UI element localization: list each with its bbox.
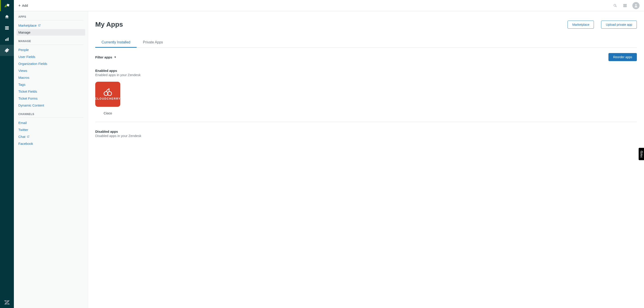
rail-views[interactable] bbox=[0, 22, 14, 34]
svg-rect-7 bbox=[8, 38, 9, 41]
grid-icon bbox=[623, 4, 627, 8]
sidebar-item-twitter[interactable]: Twitter bbox=[16, 126, 85, 133]
top-bar: + Add bbox=[14, 0, 644, 11]
marketplace-button[interactable]: Marketplace bbox=[568, 21, 594, 29]
sidebar-item-facebook[interactable]: Facebook bbox=[16, 140, 85, 147]
svg-rect-10 bbox=[624, 4, 625, 5]
zendesk-logo-icon bbox=[4, 300, 10, 305]
views-icon bbox=[4, 26, 10, 31]
sidebar-item-people[interactable]: People bbox=[16, 47, 85, 53]
app-card-cisco[interactable]: CLOUDCHERRY Cisco bbox=[95, 82, 120, 115]
sidebar-item-macros[interactable]: Macros bbox=[16, 74, 85, 81]
sidebar-item-label: Organization Fields bbox=[18, 62, 47, 66]
svg-rect-11 bbox=[626, 4, 626, 5]
home-icon bbox=[4, 14, 10, 19]
sidebar-item-marketplace[interactable]: Marketplace bbox=[16, 22, 85, 29]
sidebar-item-label: Manage bbox=[18, 31, 30, 34]
filter-apps-dropdown[interactable]: Filter apps ▾ bbox=[95, 55, 116, 59]
sidebar-item-label: Twitter bbox=[18, 128, 28, 132]
svg-rect-13 bbox=[626, 6, 626, 7]
svg-rect-4 bbox=[5, 29, 9, 30]
tile-brand-text: CLOUDCHERRY bbox=[95, 97, 121, 100]
enabled-apps-sub: Enabled apps in your Zendesk bbox=[95, 73, 637, 77]
zendesk-product-logo-icon bbox=[4, 3, 10, 8]
sidebar-item-label: Ticket Fields bbox=[18, 90, 37, 93]
cloudcherry-icon bbox=[102, 88, 113, 96]
rail-admin[interactable] bbox=[0, 45, 14, 56]
svg-rect-5 bbox=[5, 39, 6, 41]
sidebar-item-label: Views bbox=[18, 69, 27, 73]
disabled-apps-sub: Disabled apps in your Zendesk bbox=[95, 134, 637, 138]
filter-label-text: Filter apps bbox=[95, 55, 112, 59]
svg-point-8 bbox=[614, 4, 616, 6]
reorder-apps-button[interactable]: Reorder apps bbox=[608, 53, 637, 61]
sidebar-section-channels: CHANNELS bbox=[18, 112, 84, 118]
main-panel: My Apps Marketplace Upload private app C… bbox=[88, 11, 644, 308]
svg-rect-2 bbox=[5, 27, 9, 27]
search-icon bbox=[613, 4, 617, 8]
sidebar-item-label: People bbox=[18, 48, 29, 52]
add-button[interactable]: + Add bbox=[17, 3, 29, 9]
rail-home[interactable] bbox=[0, 11, 14, 22]
sidebar-item-label: Tags bbox=[18, 83, 26, 86]
help-tab[interactable]: Help bbox=[639, 148, 644, 160]
svg-rect-12 bbox=[624, 6, 625, 7]
sidebar-section-manage: MANAGE bbox=[18, 39, 84, 45]
apps-switcher-button[interactable] bbox=[621, 2, 629, 10]
sidebar-item-ticket-forms[interactable]: Ticket Forms bbox=[16, 95, 85, 102]
page-title: My Apps bbox=[95, 21, 560, 28]
filter-row: Filter apps ▾ Reorder apps bbox=[95, 53, 637, 61]
sidebar-item-chat[interactable]: Chat bbox=[16, 133, 85, 140]
sidebar-section-apps: APPS bbox=[18, 14, 84, 20]
main-wrap: + Add APPS Marketplace Manage bbox=[14, 0, 644, 308]
sidebar-item-manage[interactable]: Manage bbox=[16, 29, 85, 36]
sidebar-item-organization-fields[interactable]: Organization Fields bbox=[16, 61, 85, 67]
upload-private-app-button[interactable]: Upload private app bbox=[601, 21, 637, 29]
sidebar-item-tags[interactable]: Tags bbox=[16, 81, 85, 88]
help-tab-label: Help bbox=[640, 151, 643, 158]
product-logo[interactable] bbox=[0, 0, 14, 11]
sidebar-item-label: Macros bbox=[18, 76, 29, 80]
sidebar-item-dynamic-content[interactable]: Dynamic Content bbox=[16, 102, 85, 109]
plus-icon: + bbox=[18, 4, 21, 8]
svg-line-9 bbox=[616, 6, 616, 7]
enabled-apps-grid: CLOUDCHERRY Cisco bbox=[95, 82, 637, 115]
app-name: Cisco bbox=[104, 111, 112, 115]
sidebar-item-label: Facebook bbox=[18, 142, 33, 146]
tab-currently-installed[interactable]: Currently Installed bbox=[95, 38, 137, 48]
sidebar-item-label: Dynamic Content bbox=[18, 103, 44, 107]
nav-rail bbox=[0, 0, 14, 308]
settings-sidebar: APPS Marketplace Manage MANAGE People Us… bbox=[14, 11, 88, 308]
svg-rect-3 bbox=[5, 28, 9, 29]
section-divider bbox=[95, 122, 637, 122]
sidebar-item-label: Chat bbox=[18, 135, 26, 139]
sidebar-item-views[interactable]: Views bbox=[16, 67, 85, 74]
sidebar-item-ticket-fields[interactable]: Ticket Fields bbox=[16, 88, 85, 95]
bar-chart-icon bbox=[4, 37, 10, 42]
sidebar-item-label: Marketplace bbox=[18, 24, 37, 27]
external-link-icon bbox=[27, 135, 30, 139]
sidebar-item-label: Ticket Forms bbox=[18, 97, 38, 100]
sidebar-item-label: User Fields bbox=[18, 55, 35, 59]
svg-rect-1 bbox=[7, 4, 10, 7]
rail-zendesk[interactable] bbox=[0, 297, 14, 308]
tab-private-apps[interactable]: Private Apps bbox=[137, 38, 169, 48]
user-avatar[interactable] bbox=[632, 2, 640, 9]
enabled-apps-heading: Enabled apps bbox=[95, 69, 637, 73]
sidebar-item-email[interactable]: Email bbox=[16, 120, 85, 126]
external-link-icon bbox=[38, 24, 41, 27]
disabled-apps-heading: Disabled apps bbox=[95, 130, 637, 133]
svg-rect-6 bbox=[6, 38, 8, 41]
content-row: APPS Marketplace Manage MANAGE People Us… bbox=[14, 11, 644, 308]
search-button[interactable] bbox=[611, 2, 619, 10]
svg-marker-0 bbox=[4, 4, 6, 7]
sidebar-item-label: Email bbox=[18, 121, 27, 125]
panel-header: My Apps Marketplace Upload private app bbox=[95, 21, 637, 29]
sidebar-item-user-fields[interactable]: User Fields bbox=[16, 54, 85, 60]
user-icon bbox=[634, 4, 638, 8]
app-tile: CLOUDCHERRY bbox=[95, 82, 120, 107]
rail-reporting[interactable] bbox=[0, 34, 14, 45]
svg-point-14 bbox=[635, 4, 636, 6]
gear-icon bbox=[4, 48, 10, 53]
chevron-down-icon: ▾ bbox=[114, 56, 116, 59]
